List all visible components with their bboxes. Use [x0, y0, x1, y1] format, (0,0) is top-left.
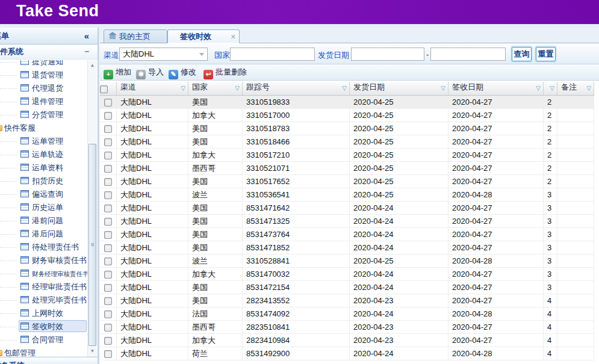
collapse-sidebar-icon[interactable]: «: [84, 28, 89, 44]
row-checkbox[interactable]: [104, 165, 112, 173]
sidebar-item[interactable]: 财务经理审核责任书: [0, 267, 87, 280]
sidebar-item[interactable]: 运单轨迹: [0, 148, 87, 161]
sidebar-item[interactable]: 合同管理: [0, 333, 87, 347]
import-button[interactable]: ✱导入: [136, 67, 164, 78]
column-header-country[interactable]: ▽国家: [188, 82, 243, 96]
sidebar-item[interactable]: 扣货历史: [0, 174, 87, 188]
sidebar-item[interactable]: 分货管理: [0, 108, 87, 122]
filter-icon[interactable]: ▽: [235, 82, 240, 95]
sidebar-scrollbar[interactable]: ▲ ▼: [87, 60, 97, 357]
sidebar-item[interactable]: 处理完毕责任书: [0, 294, 87, 307]
row-checkbox[interactable]: [104, 178, 112, 186]
row-checkbox[interactable]: [104, 337, 112, 345]
sidebar-item[interactable]: 港后问题: [0, 227, 87, 241]
sidebar-category[interactable]: 快件客服: [0, 122, 87, 135]
row-checkbox[interactable]: [104, 244, 112, 252]
select-all-checkbox[interactable]: [100, 85, 108, 93]
row-checkbox[interactable]: [104, 258, 112, 265]
sidebar-item[interactable]: 偏远查询: [0, 188, 87, 201]
table-row[interactable]: 大陆DHL美国85314737642020-04-242020-04-273: [100, 228, 594, 241]
filter-icon[interactable]: ▽: [586, 82, 591, 95]
sidebar-category[interactable]: 包邮管理: [0, 347, 87, 357]
sidebar-item[interactable]: 代理退货: [0, 82, 87, 95]
row-checkbox[interactable]: [104, 324, 112, 332]
country-input[interactable]: [230, 48, 315, 61]
add-button[interactable]: +增加: [104, 67, 131, 78]
tree-connector: [0, 313, 17, 314]
accordion-section-express[interactable]: 快件系统 −: [0, 45, 98, 60]
sidebar-item[interactable]: 经理审批责任书: [0, 280, 87, 294]
table-row[interactable]: 大陆DHL美国85314718522020-04-242020-04-273: [100, 241, 594, 254]
table-row[interactable]: 大陆DHL波兰33105365412020-04-252020-04-283: [100, 188, 594, 202]
sidebar-item[interactable]: 提货通知: [0, 60, 87, 69]
filter-icon[interactable]: ▽: [342, 82, 347, 95]
sidebar-item[interactable]: 上网时效: [0, 307, 87, 320]
scrollbar-thumb[interactable]: [88, 144, 96, 346]
table-row[interactable]: 大陆DHL加拿大28234109842020-04-232020-04-274: [100, 334, 594, 347]
row-checkbox[interactable]: [104, 218, 112, 226]
table-row[interactable]: 大陆DHL加拿大33105172102020-04-252020-04-272: [100, 149, 594, 162]
sidebar-item[interactable]: 退货管理: [0, 69, 87, 82]
column-header-ship_date[interactable]: ▽发货日期: [350, 82, 448, 96]
table-row[interactable]: 大陆DHL墨西哥33105210712020-04-252020-04-272: [100, 162, 594, 175]
column-header-tracking[interactable]: ▽跟踪号: [243, 82, 350, 96]
row-checkbox[interactable]: [104, 271, 112, 279]
row-checkbox[interactable]: [104, 191, 112, 199]
column-header-remark[interactable]: ▽备注: [557, 82, 594, 96]
row-checkbox[interactable]: [104, 310, 112, 318]
table-row[interactable]: 大陆DHL美国33105176522020-04-252020-04-272: [100, 175, 594, 188]
row-checkbox[interactable]: [104, 205, 112, 212]
filter-icon[interactable]: ▽: [550, 82, 554, 95]
table-row[interactable]: 大陆DHL波兰33105288412020-04-252020-04-283: [100, 254, 594, 268]
sidebar-item[interactable]: 签收时效: [0, 320, 87, 333]
row-checkbox[interactable]: [104, 112, 112, 120]
filter-icon[interactable]: ▽: [181, 82, 185, 95]
query-button[interactable]: 查询: [512, 47, 532, 61]
table-row[interactable]: 大陆DHL美国33105184662020-04-252020-04-272: [100, 135, 594, 149]
table-row[interactable]: 大陆DHL墨西哥28235108412020-04-232020-04-274: [100, 321, 594, 334]
row-checkbox[interactable]: [104, 297, 112, 305]
column-header-sign_date[interactable]: ▽签收日期: [448, 82, 544, 96]
filter-icon[interactable]: ▽: [441, 82, 445, 95]
date-from-input[interactable]: [351, 48, 424, 61]
sidebar-item[interactable]: 财务审核责任书: [0, 254, 87, 267]
accordion-section-bottom[interactable]: 财务系统: [0, 357, 98, 364]
row-checkbox[interactable]: [104, 350, 112, 358]
row-checkbox[interactable]: [104, 231, 112, 239]
tab-home[interactable]: 我的主页: [104, 29, 167, 43]
scroll-up-icon[interactable]: ▲: [88, 61, 96, 70]
date-to-input[interactable]: [430, 48, 506, 61]
channel-select[interactable]: 大陆DHL: [119, 48, 208, 61]
batch-delete-button[interactable]: ↩批量删除: [203, 67, 247, 78]
table-row[interactable]: 大陆DHL美国85314713252020-04-242020-04-273: [100, 215, 594, 228]
sidebar-item[interactable]: 运单资料: [0, 161, 87, 174]
row-checkbox[interactable]: [104, 99, 112, 106]
table-row[interactable]: 大陆DHL美国85314721542020-04-242020-04-273: [100, 281, 594, 294]
table-row[interactable]: 大陆DHL美国33105198332020-04-252020-04-272: [100, 96, 594, 109]
table-row[interactable]: 大陆DHL美国85314716422020-04-242020-04-273: [100, 202, 594, 215]
sidebar-item[interactable]: 港前问题: [0, 214, 87, 227]
reset-button[interactable]: 重置: [536, 47, 556, 61]
row-checkbox[interactable]: [104, 152, 112, 159]
column-header-channel[interactable]: ▽渠道: [117, 82, 188, 96]
table-row[interactable]: 大陆DHL美国33105187832020-04-252020-04-272: [100, 122, 594, 135]
table-row[interactable]: 大陆DHL荷兰85314929002020-04-242020-04-284: [100, 347, 594, 360]
row-checkbox[interactable]: [104, 284, 112, 292]
close-tab-icon[interactable]: ✕: [231, 31, 236, 43]
filter-icon[interactable]: ▽: [536, 82, 541, 95]
sidebar-item[interactable]: 退件管理: [0, 95, 87, 108]
sidebar-item[interactable]: 历史运单: [0, 201, 87, 214]
table-row[interactable]: 大陆DHL加拿大33105170002020-04-252020-04-272: [100, 109, 594, 122]
sidebar-item[interactable]: 待处理责任书: [0, 241, 87, 254]
table-row[interactable]: 大陆DHL法国85314740922020-04-242020-04-284: [100, 307, 594, 321]
scroll-down-icon[interactable]: ▼: [88, 347, 96, 356]
table-row[interactable]: 大陆DHL加拿大85314700322020-04-242020-04-273: [100, 268, 594, 281]
row-checkbox[interactable]: [104, 138, 112, 146]
table-row[interactable]: 大陆DHL美国28234135522020-04-232020-04-274: [100, 294, 594, 307]
tab-sign-time[interactable]: 签收时效✕: [167, 29, 240, 43]
sidebar-item[interactable]: 运单管理: [0, 135, 87, 148]
collapse-section-icon[interactable]: −: [84, 45, 89, 59]
row-checkbox[interactable]: [104, 125, 112, 133]
edit-button[interactable]: ✎修改: [169, 67, 196, 78]
column-header-days[interactable]: ▽: [544, 82, 557, 96]
